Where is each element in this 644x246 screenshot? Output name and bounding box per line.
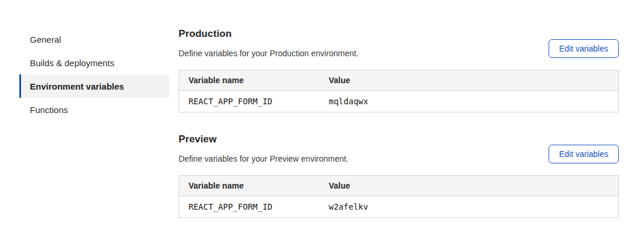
sidebar-item-label: Environment variables xyxy=(30,81,124,91)
preview-section-description: Define variables for your Preview enviro… xyxy=(179,154,348,163)
sidebar-item-label: General xyxy=(30,35,61,45)
sidebar-item-functions[interactable]: Functions xyxy=(19,98,169,121)
settings-sidebar: General Builds & deployments Environment… xyxy=(19,28,169,121)
production-section: Production Define variables for your Pro… xyxy=(179,28,619,112)
production-section-title: Production xyxy=(179,28,358,40)
value-column-header: Value xyxy=(320,70,619,91)
production-section-header: Production Define variables for your Pro… xyxy=(179,28,619,58)
variable-name-cell: REACT_APP_FORM_ID xyxy=(179,196,320,218)
production-edit-variables-button[interactable]: Edit variables xyxy=(549,39,619,58)
preview-section-text: Preview Define variables for your Previe… xyxy=(179,134,348,163)
sidebar-item-builds-deployments[interactable]: Builds & deployments xyxy=(19,51,169,74)
preview-section-title: Preview xyxy=(179,134,348,145)
variable-name-column-header: Variable name xyxy=(179,176,320,196)
environment-variables-panel: Production Define variables for your Pro… xyxy=(179,28,619,218)
table-header-row: Variable name Value xyxy=(179,176,619,196)
production-variables-table: Variable name Value REACT_APP_FORM_ID mq… xyxy=(179,70,619,112)
sidebar-item-general[interactable]: General xyxy=(19,28,169,51)
variable-name-cell: REACT_APP_FORM_ID xyxy=(179,91,320,112)
table-row: REACT_APP_FORM_ID mqldaqwx xyxy=(179,91,619,112)
sidebar-item-label: Functions xyxy=(30,105,68,115)
preview-section: Preview Define variables for your Previe… xyxy=(179,134,619,218)
settings-page: General Builds & deployments Environment… xyxy=(0,0,644,246)
production-section-description: Define variables for your Production env… xyxy=(179,49,358,58)
table-row: REACT_APP_FORM_ID w2afelkv xyxy=(179,196,619,218)
preview-section-header: Preview Define variables for your Previe… xyxy=(179,134,619,163)
variable-value-cell: mqldaqwx xyxy=(320,91,619,112)
preview-edit-variables-button[interactable]: Edit variables xyxy=(549,145,619,163)
preview-variables-table: Variable name Value REACT_APP_FORM_ID w2… xyxy=(179,175,619,218)
variable-name-column-header: Variable name xyxy=(179,70,320,91)
production-section-text: Production Define variables for your Pro… xyxy=(179,28,358,58)
value-column-header: Value xyxy=(320,176,619,196)
table-header-row: Variable name Value xyxy=(179,70,619,91)
sidebar-item-environment-variables[interactable]: Environment variables xyxy=(19,74,169,98)
sidebar-item-label: Builds & deployments xyxy=(30,58,114,68)
variable-value-cell: w2afelkv xyxy=(320,196,619,218)
